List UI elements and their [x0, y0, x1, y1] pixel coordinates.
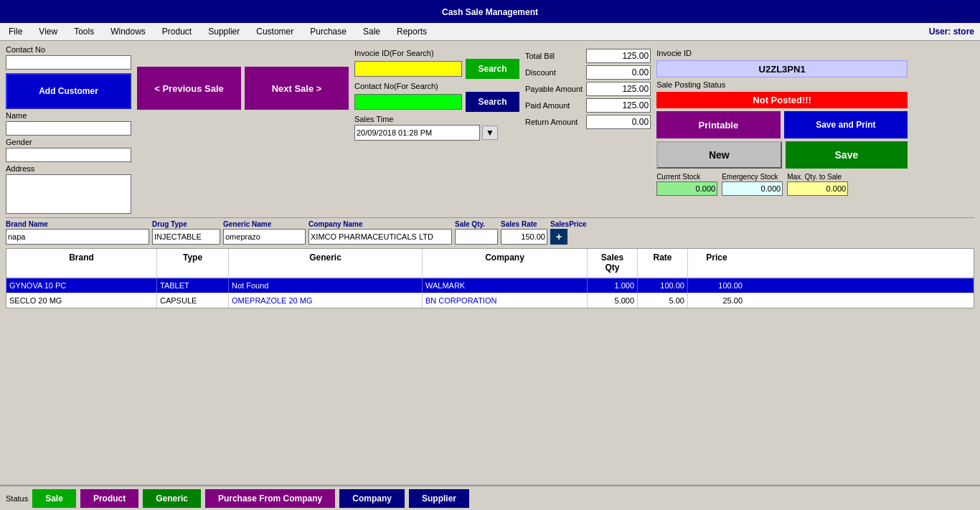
td-type-1: TABLET	[157, 278, 229, 293]
gender-input[interactable]	[6, 148, 131, 162]
menu-view[interactable]: View	[36, 25, 60, 38]
nav-panel: < Previous Sale Next Sale >	[137, 67, 349, 110]
td-type-2: CAPSULE	[157, 293, 229, 308]
printable-button[interactable]: Printable	[656, 111, 781, 138]
discount-label: Discount	[525, 68, 556, 77]
app-title: Cash Sale Management	[442, 7, 538, 17]
current-stock-label: Current Stock	[656, 173, 717, 181]
status-label: Status	[6, 494, 28, 503]
company-name-entry[interactable]	[308, 229, 452, 245]
table-row[interactable]: GYNOVA 10 PC TABLET Not Found WALMARK 1.…	[6, 278, 974, 293]
sales-price-col-label: SalesPrice	[550, 220, 587, 228]
td-company-1: WALMARK	[423, 278, 588, 293]
not-posted-badge: Not Posted!!!	[656, 92, 908, 108]
save-button[interactable]: Save	[786, 141, 908, 169]
current-stock-input	[656, 181, 717, 196]
product-tab-button[interactable]: Product	[80, 489, 138, 508]
purchase-tab-button[interactable]: Purchase From Company	[205, 489, 335, 508]
th-price: Price	[688, 249, 745, 277]
invoice-search-input[interactable]	[354, 61, 462, 77]
emergency-stock-label: Emergency Stock	[722, 173, 783, 181]
prev-sale-button[interactable]: < Previous Sale	[137, 67, 241, 110]
td-price-2: 25.00	[688, 293, 745, 308]
generic-name-entry[interactable]	[223, 229, 306, 245]
drug-type-col-label: Drug Type	[152, 220, 220, 228]
menu-product[interactable]: Product	[159, 25, 194, 38]
sale-posting-label: Sale Posting Status	[656, 80, 908, 89]
table-row[interactable]: SECLO 20 MG CAPSULE OMEPRAZOLE 20 MG BN …	[6, 293, 974, 308]
save-print-button[interactable]: Save and Print	[784, 111, 908, 138]
sales-time-label: Sales Time	[354, 115, 519, 123]
emergency-stock-input	[722, 181, 783, 196]
menu-customer[interactable]: Customer	[253, 25, 296, 38]
contact-search-input[interactable]	[354, 94, 462, 110]
td-brand-2: SECLO 20 MG	[6, 293, 157, 308]
sale-tab-button[interactable]: Sale	[32, 489, 76, 508]
customer-panel: Contact No Add Customer Name Gender Addr…	[6, 45, 131, 214]
contact-search-label: Contact No(For Search)	[354, 82, 519, 90]
th-rate: Rate	[638, 249, 688, 277]
menu-reports[interactable]: Reports	[394, 25, 430, 38]
return-input[interactable]	[586, 115, 651, 129]
contact-no-label: Contact No	[6, 45, 131, 54]
invoice-search-button[interactable]: Search	[466, 59, 519, 79]
new-button[interactable]: New	[656, 141, 782, 169]
add-customer-button[interactable]: Add Customer	[6, 73, 131, 109]
generic-name-col-label: Generic Name	[223, 220, 306, 228]
address-input[interactable]	[6, 174, 131, 214]
drug-type-entry[interactable]	[152, 229, 220, 245]
payable-label: Payable Amount	[525, 85, 583, 93]
discount-input[interactable]	[586, 65, 651, 80]
sales-rate-entry[interactable]	[501, 229, 547, 245]
menu-windows[interactable]: Windows	[108, 25, 149, 38]
user-info: User: store	[929, 27, 974, 37]
company-tab-button[interactable]: Company	[339, 489, 405, 508]
generic-tab-button[interactable]: Generic	[143, 489, 201, 508]
emergency-stock-field: Emergency Stock	[722, 173, 783, 196]
paid-input[interactable]	[586, 98, 651, 113]
sales-table: Brand Type Generic Company SalesQty Rate…	[6, 248, 974, 308]
brand-name-entry[interactable]	[6, 229, 149, 245]
title-bar: Cash Sale Management	[0, 0, 980, 23]
th-sales-qty: SalesQty	[588, 249, 638, 277]
menu-tools[interactable]: Tools	[71, 25, 97, 38]
td-generic-2: OMEPRAZOLE 20 MG	[229, 293, 423, 308]
invoice-search-label: Invocie ID(For Search)	[354, 49, 519, 57]
next-sale-button[interactable]: Next Sale >	[245, 67, 349, 110]
menu-file[interactable]: File	[6, 25, 25, 38]
total-bill-label: Total Bill	[525, 52, 555, 60]
name-input[interactable]	[6, 121, 131, 136]
th-brand: Brand	[6, 249, 157, 277]
td-rate-1: 100.00	[638, 278, 688, 293]
td-qty-1: 1.000	[588, 278, 638, 293]
company-name-col-label: Company Name	[308, 220, 452, 228]
name-label: Name	[6, 111, 131, 120]
sale-qty-col-label: Sale Qty.	[455, 220, 498, 228]
menu-sale[interactable]: Sale	[360, 25, 383, 38]
menu-purchase[interactable]: Purchase	[307, 25, 349, 38]
search-panel: Invocie ID(For Search) Search Contact No…	[354, 49, 519, 141]
total-bill-input[interactable]	[586, 49, 651, 63]
address-label: Address	[6, 164, 131, 173]
contact-no-input[interactable]	[6, 55, 131, 70]
max-qty-field: Max. Qty. to Sale	[787, 173, 848, 196]
product-entry-area: Brand Name Drug Type Generic Name Compan…	[6, 217, 974, 247]
invoice-panel: Invocie ID U2ZL3PN1 Sale Posting Status …	[656, 49, 908, 196]
th-company: Company	[423, 249, 588, 277]
menu-supplier[interactable]: Supplier	[205, 25, 242, 38]
current-stock-field: Current Stock	[656, 173, 717, 196]
add-item-button[interactable]: +	[550, 229, 567, 245]
calendar-icon[interactable]: ▼	[482, 126, 498, 140]
th-generic: Generic	[229, 249, 423, 277]
td-price-1: 100.00	[688, 278, 745, 293]
td-generic-1: Not Found	[229, 278, 423, 293]
sales-time-input[interactable]	[354, 125, 480, 141]
contact-search-button[interactable]: Search	[466, 92, 519, 112]
paid-label: Paid Amount	[525, 101, 570, 110]
supplier-tab-button[interactable]: Supplier	[409, 489, 469, 508]
td-brand-1: GYNOVA 10 PC	[6, 278, 157, 293]
sales-rate-col-label: Sales Rate	[501, 220, 547, 228]
payable-input[interactable]	[586, 82, 651, 96]
sale-qty-entry[interactable]	[455, 229, 498, 245]
gender-label: Gender	[6, 138, 131, 146]
